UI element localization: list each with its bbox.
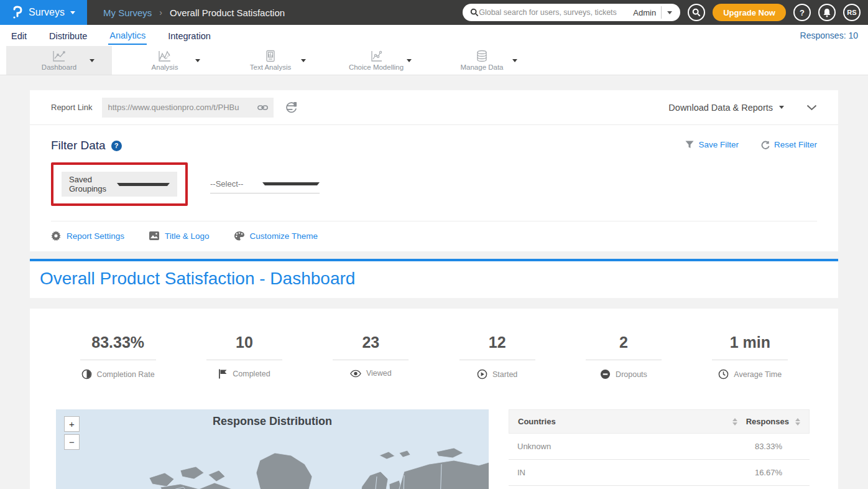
survey-subnav: Edit Distribute Analytics Integration Re… bbox=[0, 25, 868, 46]
title-logo-label: Title & Logo bbox=[165, 231, 210, 241]
save-filter-button[interactable]: Save Filter bbox=[685, 140, 739, 149]
country-name: IN bbox=[517, 468, 755, 477]
stat-label: Viewed bbox=[366, 369, 392, 378]
stats-row: 83.33% Completion Rate 10 Completed 23 V… bbox=[30, 333, 838, 380]
report-link-field[interactable]: https://www.questionpro.com/t/PHBu bbox=[102, 98, 274, 118]
minus-circle-icon bbox=[600, 369, 611, 380]
saved-groupings-dropdown[interactable]: Saved Groupings bbox=[62, 172, 177, 197]
globe-mobile-icon[interactable] bbox=[285, 101, 298, 114]
tab-text-analysis[interactable]: Text Analysis bbox=[218, 46, 323, 75]
map-zoom-in-button[interactable]: + bbox=[64, 416, 80, 432]
tab-integration[interactable]: Integration bbox=[167, 27, 212, 44]
reset-filter-button[interactable]: Reset Filter bbox=[761, 140, 817, 149]
sort-responses-icon[interactable] bbox=[795, 418, 800, 426]
tab-dashboard-caret-icon[interactable] bbox=[90, 59, 95, 62]
stat-value: 83.33% bbox=[55, 333, 181, 352]
tab-label: Dashboard bbox=[42, 63, 76, 71]
flag-icon bbox=[218, 369, 228, 379]
funnel-icon bbox=[685, 141, 694, 149]
completion-rate-icon bbox=[81, 369, 92, 380]
breadcrumb-separator: › bbox=[159, 7, 162, 17]
tab-analytics[interactable]: Analytics bbox=[108, 26, 147, 45]
saved-groupings-caret-icon bbox=[117, 183, 170, 186]
select-caret-icon bbox=[262, 182, 320, 185]
notifications-button[interactable] bbox=[818, 4, 836, 21]
database-icon bbox=[475, 50, 489, 62]
tab-edit[interactable]: Edit bbox=[10, 27, 28, 44]
image-icon bbox=[149, 231, 159, 240]
stat-label: Dropouts bbox=[616, 370, 647, 379]
tab-analysis-caret-icon[interactable] bbox=[195, 59, 200, 62]
tab-dashboard[interactable]: Dashboard bbox=[6, 46, 112, 75]
filter-help-icon[interactable]: ? bbox=[111, 141, 122, 151]
questionpro-logo[interactable]: Surveys bbox=[0, 0, 87, 25]
choice-modelling-icon bbox=[369, 50, 383, 62]
column-countries[interactable]: Countries bbox=[518, 417, 732, 426]
breadcrumb-current-survey: Overall Product Satisfaction bbox=[170, 7, 285, 18]
download-data-reports-label: Download Data & Reports bbox=[668, 103, 773, 113]
global-search-bar[interactable]: Admin bbox=[463, 4, 680, 21]
tab-choice-modelling-caret-icon[interactable] bbox=[407, 59, 412, 62]
report-link-label: Report Link bbox=[51, 103, 92, 112]
stat-completed: 10 Completed bbox=[181, 333, 307, 380]
country-name: Unknown bbox=[517, 442, 755, 451]
report-settings-label: Report Settings bbox=[67, 231, 124, 241]
tab-choice-modelling[interactable]: Choice Modelling bbox=[323, 46, 429, 75]
product-name: Surveys bbox=[29, 7, 65, 18]
stat-label: Started bbox=[492, 370, 517, 379]
column-responses[interactable]: Responses bbox=[746, 417, 789, 426]
response-distribution-map[interactable]: Response Distribution + − bbox=[56, 409, 489, 489]
filter-dropdown-row: Saved Groupings --Select-- bbox=[51, 162, 817, 206]
country-responses: 16.67% bbox=[755, 468, 782, 477]
tab-distribute[interactable]: Distribute bbox=[48, 27, 88, 44]
tab-text-analysis-caret-icon[interactable] bbox=[301, 59, 306, 62]
map-title: Response Distribution bbox=[56, 409, 489, 428]
red-highlight-box: Saved Groupings bbox=[51, 162, 188, 206]
tab-label: Analysis bbox=[152, 63, 178, 71]
stat-started: 12 Started bbox=[434, 333, 560, 380]
title-logo-link[interactable]: Title & Logo bbox=[149, 231, 210, 241]
upgrade-now-button[interactable]: Upgrade Now bbox=[713, 4, 786, 21]
palette-icon bbox=[234, 231, 244, 241]
search-scope-dropdown[interactable] bbox=[662, 11, 678, 14]
search-scope-label: Admin bbox=[628, 8, 661, 17]
tab-label: Choice Modelling bbox=[349, 63, 404, 71]
tab-label: Text Analysis bbox=[250, 63, 291, 71]
world-map[interactable] bbox=[56, 434, 489, 489]
report-filter-card: Report Link https://www.questionpro.com/… bbox=[30, 90, 838, 251]
filter-data-section: Filter Data ? Save Filter Reset Filter S… bbox=[30, 125, 838, 221]
report-settings-link[interactable]: Report Settings bbox=[51, 231, 124, 241]
bell-icon bbox=[823, 8, 831, 17]
search-icon bbox=[470, 8, 479, 17]
analysis-chart-icon bbox=[158, 50, 172, 62]
search-input[interactable] bbox=[479, 8, 628, 17]
avatar[interactable]: RS bbox=[843, 4, 861, 21]
collapse-panel-button[interactable] bbox=[806, 105, 817, 111]
reset-filter-label: Reset Filter bbox=[774, 140, 817, 149]
report-link-url[interactable]: https://www.questionpro.com/t/PHBu bbox=[108, 103, 257, 112]
filter-data-title: Filter Data bbox=[51, 139, 106, 152]
sort-countries-icon[interactable] bbox=[732, 418, 737, 426]
tab-manage-data-caret-icon[interactable] bbox=[512, 59, 517, 62]
select-value-dropdown[interactable]: --Select-- bbox=[210, 175, 320, 193]
breadcrumb: My Surveys › Overall Product Satisfactio… bbox=[103, 7, 285, 18]
dashboard-content-row: Response Distribution + − bbox=[30, 409, 838, 489]
table-row: Unknown 83.33% bbox=[509, 434, 810, 460]
customize-theme-link[interactable]: Customize Theme bbox=[234, 231, 318, 241]
tab-manage-data[interactable]: Manage Data bbox=[429, 46, 535, 75]
divider bbox=[51, 221, 817, 221]
link-icon[interactable] bbox=[257, 104, 268, 111]
advanced-search-button[interactable] bbox=[688, 4, 705, 21]
stat-viewed: 23 Viewed bbox=[308, 333, 434, 380]
breadcrumb-my-surveys[interactable]: My Surveys bbox=[103, 7, 152, 18]
product-caret-icon bbox=[70, 11, 75, 14]
download-data-reports-menu[interactable]: Download Data & Reports bbox=[668, 103, 784, 113]
chevron-down-icon bbox=[806, 105, 817, 111]
tab-analysis[interactable]: Analysis bbox=[112, 46, 218, 75]
customize-theme-label: Customize Theme bbox=[250, 231, 318, 241]
stat-value: 23 bbox=[308, 333, 434, 352]
help-button[interactable]: ? bbox=[793, 4, 811, 21]
dashboard-card: 83.33% Completion Rate 10 Completed 23 V… bbox=[30, 309, 838, 489]
stat-completion-rate: 83.33% Completion Rate bbox=[55, 333, 181, 380]
stat-value: 10 bbox=[181, 333, 307, 352]
